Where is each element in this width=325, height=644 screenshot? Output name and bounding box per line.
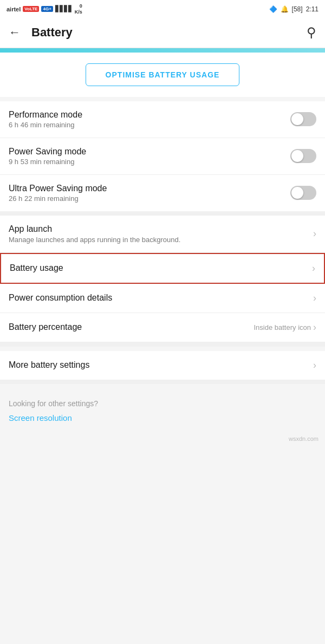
battery-usage-row[interactable]: Battery usage › xyxy=(0,253,325,284)
performance-mode-label: Performance mode xyxy=(9,110,290,120)
app-launch-row[interactable]: App launch Manage launches and apps runn… xyxy=(0,216,325,253)
page-title: Battery xyxy=(31,25,73,40)
performance-mode-row: Performance mode 6 h 46 min remaining xyxy=(0,101,325,138)
power-saving-sublabel: 9 h 53 min remaining xyxy=(9,158,290,166)
optimise-section: OPTIMISE BATTERY USAGE xyxy=(0,53,325,97)
volte-badge: VoLTE xyxy=(23,6,39,12)
section-divider-2 xyxy=(0,342,325,347)
suggestions-prompt: Looking for other settings? xyxy=(9,399,316,408)
sound-icon: 🔔 xyxy=(281,5,289,13)
app-launch-label: App launch xyxy=(9,224,313,234)
power-consumption-label: Power consumption details xyxy=(9,293,313,303)
more-settings-section: More battery settings › xyxy=(0,351,325,380)
battery-percentage-chevron: › xyxy=(313,322,316,333)
watermark: wsxdn.com xyxy=(0,431,325,446)
performance-mode-sublabel: 6 h 46 min remaining xyxy=(9,121,290,129)
more-settings-chevron: › xyxy=(313,360,316,371)
data-speed: 0 K/s xyxy=(75,3,82,15)
ultra-power-saving-toggle[interactable] xyxy=(290,186,316,200)
app-bar: ← Battery ⚲ xyxy=(0,17,325,48)
carrier-name: airtel xyxy=(6,6,21,12)
power-saving-toggle[interactable] xyxy=(290,149,316,163)
section-divider-3 xyxy=(0,380,325,384)
battery-icon: [58] xyxy=(292,5,303,13)
section-divider-1 xyxy=(0,211,325,216)
more-battery-settings-label: More battery settings xyxy=(9,360,313,370)
status-bar: airtel VoLTE 4G+ ▋▋▋▋ 0 K/s 🔷 🔔 [58] 2:1… xyxy=(0,0,325,17)
battery-usage-label: Battery usage xyxy=(10,263,312,273)
power-consumption-chevron: › xyxy=(313,292,316,304)
signal-bars: ▋▋▋▋ xyxy=(55,5,73,12)
accent-bar xyxy=(0,48,325,53)
search-button[interactable]: ⚲ xyxy=(307,25,316,40)
battery-percentage-label: Battery percentage xyxy=(9,322,253,332)
time-display: 2:11 xyxy=(306,5,318,13)
app-launch-chevron: › xyxy=(313,228,316,239)
performance-mode-toggle[interactable] xyxy=(290,112,316,126)
power-saving-mode-row: Power Saving mode 9 h 53 min remaining xyxy=(0,138,325,175)
ultra-power-saving-sublabel: 26 h 22 min remaining xyxy=(9,194,290,203)
battery-percentage-row[interactable]: Battery percentage Inside battery icon › xyxy=(0,313,325,342)
battery-modes-section: Performance mode 6 h 46 min remaining Po… xyxy=(0,101,325,211)
network-badge: 4G+ xyxy=(41,6,53,12)
screen-resolution-link[interactable]: Screen resolution xyxy=(9,413,316,422)
battery-percentage-value: Inside battery icon xyxy=(253,323,311,331)
battery-usage-chevron: › xyxy=(312,263,315,274)
suggestions-section: Looking for other settings? Screen resol… xyxy=(0,388,325,431)
bluetooth-icon: 🔷 xyxy=(269,5,277,13)
status-left: airtel VoLTE 4G+ ▋▋▋▋ 0 K/s xyxy=(6,3,82,15)
ultra-power-saving-row: Ultra Power Saving mode 26 h 22 min rema… xyxy=(0,175,325,211)
optimise-battery-button[interactable]: OPTIMISE BATTERY USAGE xyxy=(86,63,240,86)
app-launch-sublabel: Manage launches and apps running in the … xyxy=(9,236,313,244)
ultra-power-saving-label: Ultra Power Saving mode xyxy=(9,184,290,193)
more-battery-settings-row[interactable]: More battery settings › xyxy=(0,351,325,380)
power-consumption-row[interactable]: Power consumption details › xyxy=(0,284,325,313)
power-saving-label: Power Saving mode xyxy=(9,147,290,157)
back-button[interactable]: ← xyxy=(9,25,21,40)
app-bar-left: ← Battery xyxy=(9,25,73,40)
status-right: 🔷 🔔 [58] 2:11 xyxy=(269,5,318,13)
